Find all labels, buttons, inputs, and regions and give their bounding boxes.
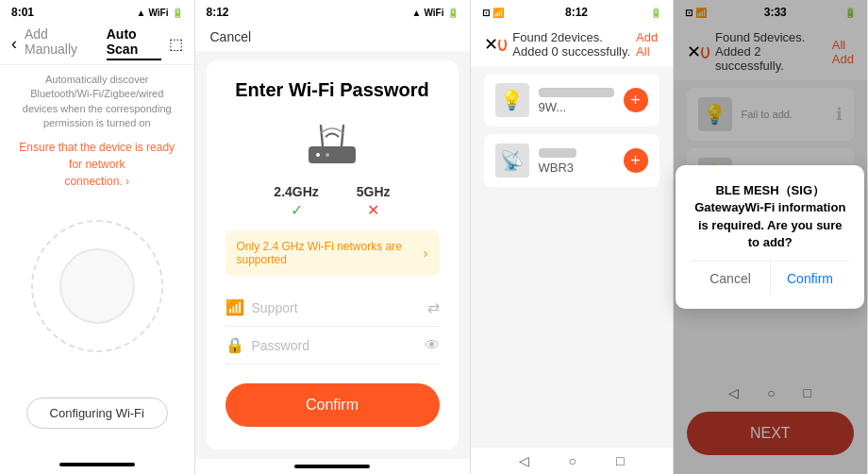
freq-24-check: ✓ xyxy=(291,201,303,219)
found-status: Found 2devices. Added 0 successfully. xyxy=(498,30,637,59)
status-icons-1: ▲ WiFi 🔋 xyxy=(137,8,183,18)
panel3-top-bar: ✕ Found 2devices. Added 0 successfully. … xyxy=(471,23,673,66)
wifi-top-bar: Cancel xyxy=(195,23,470,51)
status-bar-3: ⊡ 📶 8:12 🔋 xyxy=(471,0,673,23)
warning-box: Only 2.4 GHz Wi-Fi networks are supporte… xyxy=(225,230,440,276)
time-3: 8:12 xyxy=(565,6,588,19)
freq-24ghz: 2.4GHz ✓ xyxy=(274,184,318,219)
add-device-2-button[interactable]: + xyxy=(624,148,648,173)
eye-icon[interactable]: 👁 xyxy=(425,337,440,354)
time-1: 8:01 xyxy=(11,6,34,19)
device-list-3: 💡 9W... + 📡 WBR3 + xyxy=(471,66,673,264)
svg-line-3 xyxy=(321,126,323,146)
time-2: 8:12 xyxy=(207,6,229,19)
lock-icon: 🔒 xyxy=(225,336,244,354)
ensure-link[interactable]: Ensure that the device is ready for netw… xyxy=(13,139,181,190)
device-suffix-2: WBR3 xyxy=(539,161,575,175)
scanning-circle xyxy=(31,220,163,352)
device-item-1: 💡 9W... + xyxy=(484,74,659,127)
panel-auto-scan: 8:01 ▲ WiFi 🔋 ‹ Add Manually Auto Scan ⬚… xyxy=(0,0,195,474)
status-icons-3: 🔋 xyxy=(650,8,661,18)
dialog-overlay: BLE MESH（SIG）GatewayWi-Fi information is… xyxy=(674,0,868,474)
status-bar-2: 8:12 ▲ WiFi 🔋 xyxy=(195,0,470,23)
back-nav-icon[interactable]: ◁ xyxy=(519,453,529,468)
wifi-ssid-input[interactable] xyxy=(252,300,420,315)
bulb-icon-1: 💡 xyxy=(500,89,524,111)
scanning-inner xyxy=(59,248,135,324)
device-name-blur-1 xyxy=(539,88,614,97)
cancel-button[interactable]: Cancel xyxy=(210,29,252,44)
device-suffix-1: 9W... xyxy=(539,100,567,114)
wifi-ssid-field: 📶 ⇄ xyxy=(225,289,440,327)
panel-wifi-password: 8:12 ▲ WiFi 🔋 Cancel Enter Wi-Fi Passwor… xyxy=(195,0,471,474)
scan-icon[interactable]: ⬚ xyxy=(169,35,183,53)
nav-tabs: Add Manually Auto Scan xyxy=(25,26,161,60)
panel-ble-mesh: ⊡ 📶 3:33 🔋 ✕ Found 5devices. Added 2 suc… xyxy=(674,0,869,474)
freq-24-label: 2.4GHz xyxy=(274,184,318,199)
warning-text: Only 2.4 GHz Wi-Fi networks are supporte… xyxy=(237,240,424,266)
wifi-icon: WiFi xyxy=(148,8,168,18)
router-icon xyxy=(294,116,370,173)
confirm-button[interactable]: Confirm xyxy=(225,383,440,427)
arrow-icon: › xyxy=(125,175,129,188)
wifi-card-title: Enter Wi-Fi Password xyxy=(225,79,440,101)
usb-icon: ⊡ xyxy=(482,8,490,18)
device-name-blur-2 xyxy=(539,148,576,158)
signal-icon-2: ▲ xyxy=(412,8,422,18)
back-button[interactable]: ‹ xyxy=(11,34,17,54)
freq-5-label: 5GHz xyxy=(357,184,391,199)
home-nav-icon[interactable]: ○ xyxy=(569,453,576,468)
auto-scan-description: Automatically discover Bluetooth/Wi-Fi/Z… xyxy=(13,73,181,131)
svg-rect-0 xyxy=(309,146,356,163)
signal-icon-3: 📶 xyxy=(492,8,504,18)
home-indicator-2 xyxy=(294,465,370,468)
add-device-1-button[interactable]: + xyxy=(624,88,648,112)
wifi-password-field: 🔒 👁 xyxy=(225,327,440,364)
svg-line-4 xyxy=(342,126,343,146)
recent-nav-icon[interactable]: □ xyxy=(616,453,624,468)
home-indicator-1 xyxy=(59,463,135,466)
ensure-text: Ensure that the device is ready for netw… xyxy=(19,141,175,188)
battery-icon-2: 🔋 xyxy=(447,8,459,18)
status-icons-3-left: ⊡ 📶 xyxy=(482,8,504,18)
router-icon-2: 📡 xyxy=(500,149,524,172)
freq-5ghz: 5GHz ✕ xyxy=(357,184,391,219)
dialog-confirm-button[interactable]: Confirm xyxy=(771,262,850,296)
dialog-cancel-button[interactable]: Cancel xyxy=(691,262,771,296)
add-all-button[interactable]: Add All xyxy=(636,30,659,59)
close-button-3[interactable]: ✕ xyxy=(484,34,498,55)
wifi-password-input[interactable] xyxy=(252,338,417,353)
warning-arrow-icon: › xyxy=(424,245,428,261)
device-name-1: 9W... xyxy=(539,86,614,114)
svg-point-2 xyxy=(326,153,329,157)
auto-scan-content: Automatically discover Bluetooth/Wi-Fi/Z… xyxy=(0,65,194,455)
panel-found-devices: ⊡ 📶 8:12 🔋 ✕ Found 2devices. Added 0 suc… xyxy=(471,0,674,474)
bottom-bar-2 xyxy=(195,459,470,474)
device-thumbnail-1: 💡 xyxy=(495,83,529,117)
wifi-password-card: Enter Wi-Fi Password 2.4GHz ✓ xyxy=(207,60,459,449)
nav-bar-1: ‹ Add Manually Auto Scan ⬚ xyxy=(0,23,194,65)
configuring-wifi-button[interactable]: Configuring Wi-Fi xyxy=(26,398,168,429)
device-thumbnail-2: 📡 xyxy=(495,144,529,178)
router-icon-area xyxy=(225,116,440,173)
svg-point-1 xyxy=(316,153,320,157)
wifi-signal-icon: 📶 xyxy=(225,298,244,316)
battery-icon: 🔋 xyxy=(172,8,183,18)
dialog-title: BLE MESH（SIG）GatewayWi-Fi information is… xyxy=(691,182,849,251)
battery-icon-3: 🔋 xyxy=(650,8,661,18)
bottom-bar-1 xyxy=(0,455,194,474)
ble-mesh-dialog: BLE MESH（SIG）GatewayWi-Fi information is… xyxy=(676,165,864,309)
tab-auto-scan[interactable]: Auto Scan xyxy=(107,26,161,60)
dialog-buttons: Cancel Confirm xyxy=(691,261,849,296)
status-icons-2: ▲ WiFi 🔋 xyxy=(412,8,459,18)
freq-5-check: ✕ xyxy=(367,201,379,219)
wifi-icon-2: WiFi xyxy=(424,8,443,18)
android-nav-3: ◁ ○ □ xyxy=(471,448,673,474)
tab-add-manually[interactable]: Add Manually xyxy=(25,26,92,60)
wifi-swap-icon[interactable]: ⇄ xyxy=(427,298,440,316)
found-text: Found 2devices. Added 0 successfully. xyxy=(512,30,636,59)
loading-spinner xyxy=(498,38,508,51)
frequency-row: 2.4GHz ✓ 5GHz ✕ xyxy=(225,184,440,219)
device-item-2: 📡 WBR3 + xyxy=(484,134,659,187)
status-bar-1: 8:01 ▲ WiFi 🔋 xyxy=(0,0,194,23)
